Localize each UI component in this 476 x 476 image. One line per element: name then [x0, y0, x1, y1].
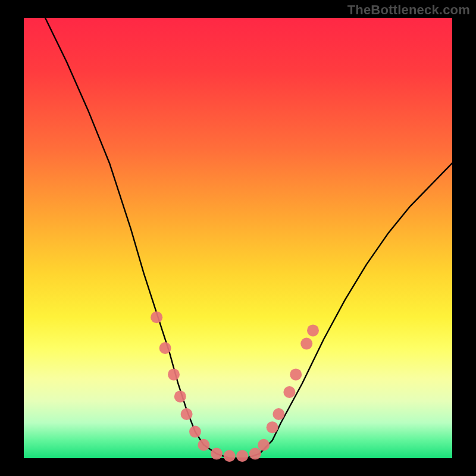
bottleneck-curve: [45, 18, 452, 458]
sample-point: [249, 448, 261, 460]
sample-point: [307, 324, 319, 336]
sample-point: [290, 368, 302, 380]
sample-point: [283, 386, 295, 398]
sample-point: [273, 408, 284, 420]
sample-point: [174, 390, 186, 402]
chart-svg: [24, 18, 452, 458]
sample-point: [224, 450, 236, 462]
sample-point: [267, 421, 278, 433]
sample-point: [198, 439, 209, 451]
sample-point: [181, 408, 193, 420]
sample-point: [236, 450, 248, 462]
sample-point: [258, 439, 270, 451]
chart-frame: TheBottleneck.com: [0, 0, 476, 476]
plot-area: [24, 18, 452, 458]
sample-point: [189, 426, 201, 438]
sample-point: [151, 311, 162, 323]
sample-point: [159, 342, 171, 354]
sample-point: [168, 368, 180, 380]
sample-point: [211, 448, 223, 460]
sample-point-group: [151, 311, 319, 462]
watermark-text: TheBottleneck.com: [347, 2, 470, 18]
sample-point: [300, 338, 312, 350]
